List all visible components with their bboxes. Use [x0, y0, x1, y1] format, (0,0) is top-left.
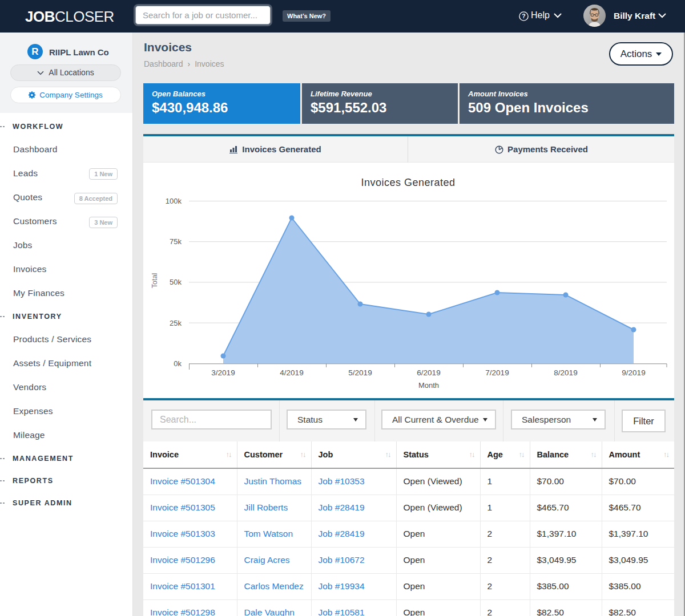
svg-text:50k: 50k	[170, 278, 182, 286]
svg-text:75k: 75k	[170, 237, 182, 246]
svg-text:3/2019: 3/2019	[211, 368, 235, 377]
svg-text:5/2019: 5/2019	[348, 368, 372, 377]
svg-text:Month: Month	[418, 381, 439, 390]
svg-text:8/2019: 8/2019	[554, 368, 577, 377]
svg-text:Total: Total	[151, 273, 159, 288]
svg-text:4/2019: 4/2019	[280, 368, 303, 377]
svg-text:100k: 100k	[166, 197, 182, 205]
svg-text:7/2019: 7/2019	[485, 368, 509, 377]
svg-text:Invoices Generated: Invoices Generated	[361, 177, 455, 188]
svg-text:25k: 25k	[170, 319, 182, 327]
svg-text:0k: 0k	[174, 359, 182, 368]
svg-text:6/2019: 6/2019	[417, 368, 440, 377]
svg-text:9/2019: 9/2019	[622, 368, 645, 377]
svg-text:?: ?	[522, 13, 525, 19]
